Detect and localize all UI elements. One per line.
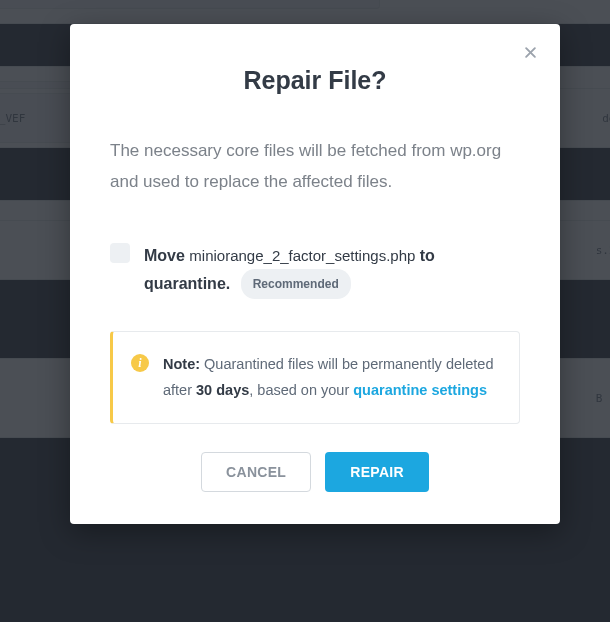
modal-title: Repair File? bbox=[110, 66, 520, 95]
notice-days: 30 days bbox=[196, 382, 249, 398]
quarantine-filename: miniorange_2_factor_settings.php bbox=[189, 247, 415, 264]
notice-label: Note: bbox=[163, 356, 200, 372]
quarantine-settings-link[interactable]: quarantine settings bbox=[353, 382, 487, 398]
notice-text: Note: Quarantined files will be permanen… bbox=[163, 352, 497, 403]
close-icon bbox=[523, 45, 538, 60]
quarantine-prefix: Move bbox=[144, 247, 189, 264]
repair-file-modal: Repair File? The necessary core files wi… bbox=[70, 24, 560, 524]
close-button[interactable] bbox=[518, 40, 542, 64]
quarantine-option: Move miniorange_2_factor_settings.php to… bbox=[110, 242, 520, 300]
recommended-badge: Recommended bbox=[241, 269, 351, 299]
quarantine-notice: i Note: Quarantined files will be perman… bbox=[110, 331, 520, 424]
notice-after: , based on your bbox=[249, 382, 353, 398]
cancel-button[interactable]: CANCEL bbox=[201, 452, 311, 492]
viewport: D_HOST_ define O2F_VEF define /public s.… bbox=[0, 0, 610, 622]
info-icon: i bbox=[131, 354, 149, 372]
quarantine-label: Move miniorange_2_factor_settings.php to… bbox=[144, 242, 520, 300]
modal-description: The necessary core files will be fetched… bbox=[110, 135, 520, 198]
modal-actions: CANCEL REPAIR bbox=[110, 452, 520, 492]
quarantine-checkbox[interactable] bbox=[110, 243, 130, 263]
repair-button[interactable]: REPAIR bbox=[325, 452, 429, 492]
